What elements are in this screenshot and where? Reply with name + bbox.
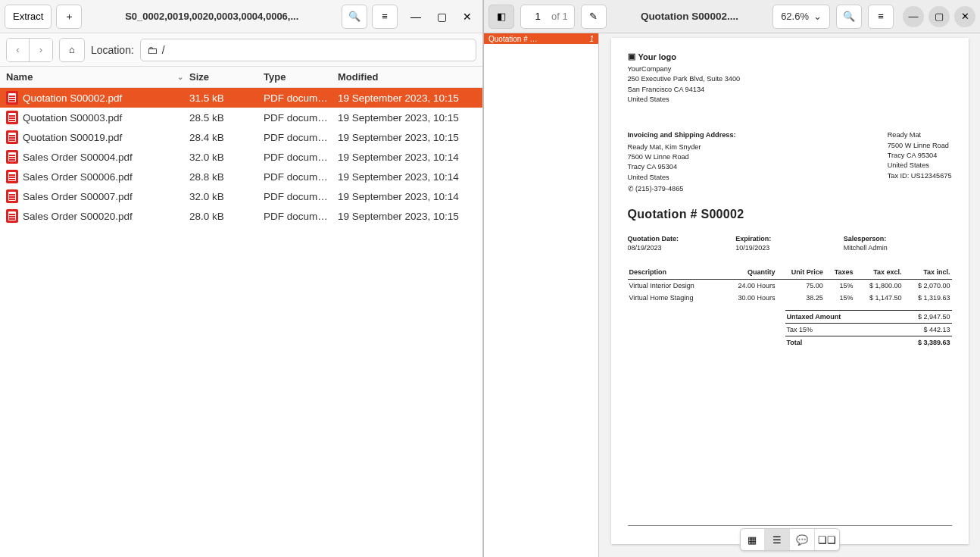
window-title: S0_0002,0019,0020,0003,0004,0006,... [86, 11, 337, 22]
pdf-page: ▣ Your logo YourCompany 250 Executive Pa… [611, 38, 969, 544]
column-name[interactable]: Name ⌄ [0, 71, 189, 83]
file-modified: 19 September 2023, 10:15 [338, 211, 482, 222]
titlebar: Extract ＋ S0_0002,0019,0020,0003,0004,00… [0, 0, 482, 33]
customer-address: Ready Mat 7500 W Linne Road Tracy CA 953… [888, 130, 952, 194]
zoom-value: 62.6% [781, 11, 809, 22]
file-row[interactable]: Quotation S00003.pdf28.5 kBPDF docum…19 … [0, 108, 482, 127]
pdf-viewer-window: ◧ of 1 ✎ Quotation S00002.... 62.6% ⌄ 🔍 … [483, 0, 980, 557]
pdf-icon [6, 170, 18, 183]
file-row[interactable]: Quotation S00002.pdf31.5 kBPDF docum…19 … [0, 88, 482, 108]
camera-icon: ▣ [628, 52, 635, 61]
maximize-button[interactable]: ▢ [431, 6, 452, 27]
annotations-button[interactable]: 💬 [790, 529, 815, 550]
page-input[interactable] [527, 11, 548, 22]
path-text: / [162, 44, 165, 56]
viewer-minimize-button[interactable]: — [903, 6, 924, 27]
file-modified: 19 September 2023, 10:14 [338, 191, 482, 202]
file-name: Sales Order S00007.pdf [23, 191, 133, 202]
extract-button[interactable]: Extract [5, 5, 51, 29]
file-list-header: Name ⌄ Size Type Modified [0, 67, 482, 88]
pdf-icon [6, 150, 18, 164]
file-type: PDF docum… [264, 112, 338, 124]
column-type[interactable]: Type [264, 71, 338, 83]
folder-icon: 🗀 [147, 44, 158, 56]
file-type: PDF docum… [264, 211, 338, 222]
thumbnail-sidebar: Quotation # … 1 [484, 33, 599, 557]
close-button[interactable]: ✕ [457, 6, 478, 27]
file-name: Sales Order S00020.pdf [23, 211, 133, 222]
file-size: 31.5 kB [189, 92, 264, 104]
line-items-table: Description Quantity Unit Price Taxes Ta… [628, 265, 952, 304]
add-button[interactable]: ＋ [56, 5, 82, 29]
annotate-button[interactable]: ✎ [581, 5, 607, 29]
file-row[interactable]: Sales Order S00020.pdf28.0 kBPDF docum…1… [0, 206, 482, 226]
file-modified: 19 September 2023, 10:15 [338, 92, 482, 104]
file-modified: 19 September 2023, 10:14 [338, 171, 482, 183]
file-type: PDF docum… [264, 152, 338, 163]
home-button[interactable]: ⌂ [59, 38, 85, 62]
viewer-close-button[interactable]: ✕ [954, 6, 975, 27]
file-size: 28.5 kB [189, 112, 264, 124]
file-row[interactable]: Sales Order S00006.pdf28.8 kBPDF docum…1… [0, 167, 482, 186]
document-meta: Quotation Date: 08/19/2023 Expiration: 1… [628, 235, 952, 252]
location-bar: ‹ › ⌂ Location: 🗀 / [0, 33, 482, 67]
file-modified: 19 September 2023, 10:14 [338, 152, 482, 163]
line-item: Virtual Interior Design24.00 Hours75.001… [628, 280, 952, 293]
page-canvas[interactable]: ▣ Your logo YourCompany 250 Executive Pa… [599, 33, 980, 557]
file-type: PDF docum… [264, 191, 338, 202]
chevron-down-icon: ⌄ [813, 11, 822, 22]
pdf-icon [6, 209, 18, 223]
file-row[interactable]: Quotation S00019.pdf28.4 kBPDF docum…19 … [0, 127, 482, 147]
pdf-icon [6, 130, 18, 144]
toggle-sidebar-button[interactable]: ◧ [488, 5, 514, 29]
column-size[interactable]: Size [189, 71, 264, 83]
viewer-menu-button[interactable]: ≡ [868, 5, 894, 29]
file-name: Quotation S00002.pdf [23, 92, 122, 104]
file-type: PDF docum… [264, 92, 338, 104]
back-button[interactable]: ‹ [7, 39, 30, 61]
location-label: Location: [91, 44, 134, 56]
page-total: of 1 [551, 11, 568, 22]
page-indicator[interactable]: of 1 [520, 5, 575, 29]
document-title: Quotation # S00002 [628, 208, 952, 221]
thumbnail-tab[interactable]: Quotation # … 1 [484, 33, 598, 44]
column-modified[interactable]: Modified [338, 71, 482, 83]
find-button[interactable]: 🔍 [836, 5, 862, 29]
file-size: 28.4 kB [189, 132, 264, 143]
file-name: Quotation S00003.pdf [23, 112, 122, 124]
menu-button[interactable]: ≡ [372, 5, 398, 29]
file-size: 32.0 kB [189, 152, 264, 163]
view-mode-toolbar: ▦ ☰ 💬 ❏❏ [740, 528, 840, 551]
file-size: 28.8 kB [189, 171, 264, 183]
dual-page-button[interactable]: ❏❏ [815, 529, 839, 550]
file-modified: 19 September 2023, 10:15 [338, 132, 482, 143]
pdf-icon [6, 111, 18, 124]
sort-indicator-icon: ⌄ [177, 73, 183, 81]
grid-view-button[interactable]: ▦ [741, 529, 766, 550]
file-list[interactable]: Quotation S00002.pdf31.5 kBPDF docum…19 … [0, 88, 482, 557]
viewer-title: Quotation S00002.... [613, 11, 766, 22]
totals-block: Untaxed Amount$ 2,947.50 Tax 15%$ 442.13… [785, 310, 952, 349]
file-modified: 19 September 2023, 10:15 [338, 112, 482, 124]
search-button[interactable]: 🔍 [342, 5, 367, 29]
file-type: PDF docum… [264, 132, 338, 143]
pdf-icon [6, 91, 18, 105]
archive-manager-window: Extract ＋ S0_0002,0019,0020,0003,0004,00… [0, 0, 483, 557]
minimize-button[interactable]: — [405, 6, 426, 27]
viewer-maximize-button[interactable]: ▢ [929, 6, 950, 27]
file-row[interactable]: Sales Order S00004.pdf32.0 kBPDF docum…1… [0, 147, 482, 167]
list-view-button[interactable]: ☰ [765, 529, 790, 550]
shipping-address: Invoicing and Shipping Address: Ready Ma… [628, 130, 736, 194]
line-item: Virtual Home Staging30.00 Hours38.2515%$… [628, 292, 952, 304]
file-name: Sales Order S00006.pdf [23, 171, 133, 183]
zoom-dropdown[interactable]: 62.6% ⌄ [772, 5, 830, 29]
company-logo: ▣ Your logo [628, 52, 952, 61]
viewer-titlebar: ◧ of 1 ✎ Quotation S00002.... 62.6% ⌄ 🔍 … [484, 0, 980, 33]
file-row[interactable]: Sales Order S00007.pdf32.0 kBPDF docum…1… [0, 186, 482, 206]
path-input[interactable]: 🗀 / [140, 39, 476, 61]
file-type: PDF docum… [264, 171, 338, 183]
forward-button[interactable]: › [30, 39, 52, 61]
company-address: YourCompany 250 Executive Park Blvd, Sui… [628, 64, 952, 105]
file-name: Sales Order S00004.pdf [23, 152, 133, 163]
pdf-icon [6, 189, 18, 203]
